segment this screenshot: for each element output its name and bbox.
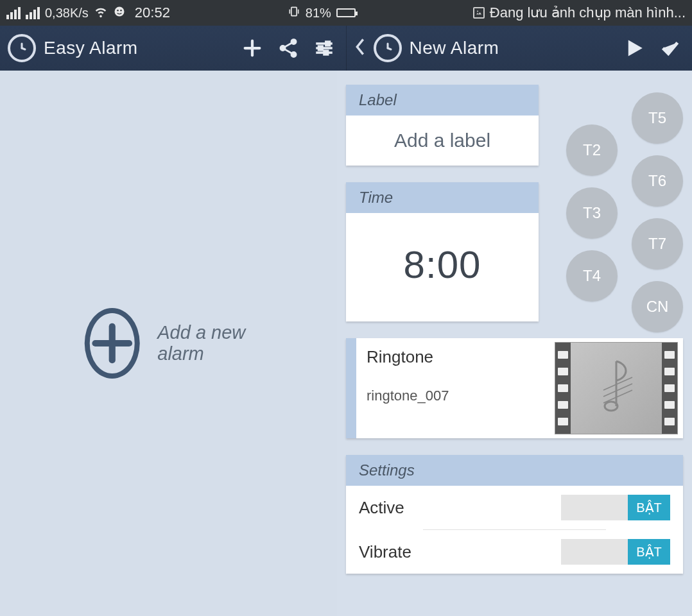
back-button[interactable] [354,38,366,58]
signal-icon-1 [6,7,21,19]
music-note-icon [594,355,639,422]
svg-point-2 [120,10,122,11]
svg-rect-22 [324,51,328,55]
label-card: Label Add a label [346,85,539,166]
ringtone-title: Ringtone [367,347,544,367]
settings-section-header: Settings [346,455,683,486]
day-t6[interactable]: T6 [632,155,683,207]
screenshot-msg: Đang lưu ảnh chụp màn hình... [490,4,686,21]
play-button[interactable] [620,34,648,62]
vibrate-label: Vibrate [359,542,561,562]
add-button[interactable] [238,34,266,62]
svg-rect-21 [318,46,322,50]
day-t4[interactable]: T4 [566,250,618,302]
ringtone-card[interactable]: Ringtone ringtone_007 [346,338,683,438]
debug-icon [113,5,126,21]
empty-state-label: Add a new alarm [157,322,253,364]
vibrate-icon [288,5,300,21]
time-card: Time 8:00 [346,182,539,321]
day-t2[interactable]: T2 [566,124,618,176]
app-title-right: New Alarm [410,38,499,58]
day-t3[interactable]: T3 [566,187,618,239]
data-rate: 0,38K/s [45,6,89,21]
day-t5[interactable]: T5 [632,92,683,144]
statusbar: 0,38K/s 20:52 81% Đang lưu ảnh chụp màn … [0,0,692,26]
clock-icon [8,34,36,62]
time-picker[interactable]: 8:00 [346,213,539,321]
svg-line-16 [285,49,291,53]
app-title-left: Easy Alarm [44,38,138,58]
svg-point-0 [114,6,124,16]
screenshot-icon [473,7,485,19]
svg-point-6 [477,11,478,12]
alarm-list-panel: Add a new alarm [0,71,337,616]
svg-point-1 [117,10,119,11]
statusbar-left: 0,38K/s 20:52 [6,4,170,22]
appbar-left: Easy Alarm [0,26,347,71]
svg-line-9 [22,48,25,49]
ringtone-accent [346,338,356,438]
share-button[interactable] [274,34,302,62]
day-selector: T2 T3 T4 T5 T6 T7 CN [560,86,688,343]
svg-line-24 [388,48,391,49]
day-cn[interactable]: CN [632,281,683,332]
clock-icon-right [374,34,402,62]
svg-rect-20 [325,42,329,46]
day-t7[interactable]: T7 [632,218,683,270]
time-section-header: Time [346,182,539,213]
settings-card: Settings Active BẬT Vibrate BẬT [346,455,683,574]
statusbar-center: 81% [174,5,469,21]
wifi-icon [94,4,108,22]
statusbar-time: 20:52 [135,4,170,21]
svg-line-15 [285,43,291,47]
svg-point-12 [280,46,286,51]
ringtone-name: ringtone_007 [367,388,544,404]
ringtone-thumbnail [555,342,678,434]
svg-point-13 [291,39,297,45]
battery-percent: 81% [306,6,331,21]
vibrate-toggle[interactable]: BẬT [561,539,670,565]
active-label: Active [359,498,561,518]
statusbar-right: Đang lưu ảnh chụp màn hình... [473,4,686,21]
svg-point-14 [291,52,297,58]
alarm-editor-panel: Label Add a label Time 8:00 Ringtone rin… [337,71,692,616]
label-input[interactable]: Add a label [346,116,539,166]
battery-icon [336,8,356,17]
settings-sliders-button[interactable] [310,34,338,62]
active-toggle[interactable]: BẬT [561,495,670,520]
label-section-header: Label [346,85,539,116]
svg-rect-3 [291,7,297,15]
svg-line-29 [603,384,632,397]
add-new-alarm-button[interactable] [84,308,139,379]
appbar-right: New Alarm [347,26,693,71]
svg-line-30 [603,390,632,403]
confirm-button[interactable] [656,34,684,62]
signal-icon-2 [26,7,40,19]
